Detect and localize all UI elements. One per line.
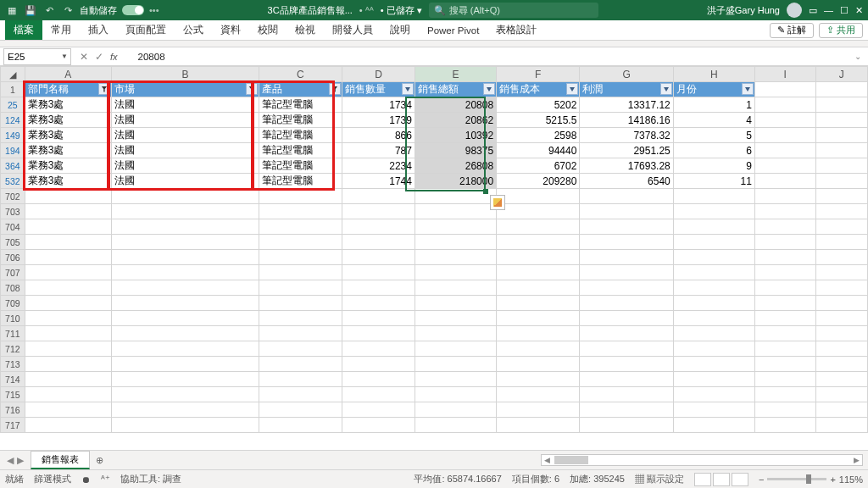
table-row[interactable]: 714 [1,372,868,387]
sheet-nav-prev-icon[interactable]: ◀ [7,455,14,466]
table-row[interactable]: 706 [1,250,868,265]
formula-bar-row: E25▼ ✕ ✓ fx 20808 ⌄ [0,47,868,66]
add-sheet-button[interactable]: ⊕ [90,451,108,469]
sheet-tab-bar: ◀ ▶ 銷售報表 ⊕ ◀▶ [0,450,868,469]
view-switcher[interactable] [694,473,748,486]
table-row[interactable]: 715 [1,387,868,402]
filter-btn-qty[interactable] [402,83,414,95]
table-row[interactable]: 532 業務3處法國筆記型電腦 1744218000209280 654011 [1,174,868,189]
doc-title: 3C品牌產品銷售報... [268,4,353,17]
tab-file[interactable]: 檔案 [5,20,42,40]
tab-help[interactable]: 說明 [381,20,419,40]
table-row[interactable]: 710 [1,311,868,326]
table-row[interactable]: 704 [1,219,868,235]
ribbon-tabs: 檔案 常用 插入 頁面配置 公式 資料 校閱 檢視 開發人員 說明 Power … [0,20,868,41]
app-icon: ▦ [5,3,19,17]
table-row[interactable]: 707 [1,265,868,280]
title-bar: ▦ 💾 ↶ ↷ 自動儲存 ••• 3C品牌產品銷售報... • ᴬᴬ • 已儲存… [0,0,868,20]
tab-developer[interactable]: 開發人員 [324,20,381,40]
zoom-level[interactable]: 115% [839,474,863,485]
status-ready: 就緒 [5,473,24,485]
table-row[interactable]: 124 業務3處法國筆記型電腦 1739208625215.5 14186.16… [1,113,868,128]
table-row[interactable]: 702 [1,189,868,204]
formula-bar[interactable]: 20808 [133,52,848,62]
tab-insert[interactable]: 插入 [80,20,117,40]
quick-analysis-icon[interactable] [490,195,505,210]
autosave-toggle[interactable] [122,5,144,15]
accessibility-icon[interactable]: ᴬ⁺ [101,474,110,485]
maximize-icon[interactable]: ☐ [840,5,849,16]
hdr-dept: 部門名稱 [25,82,111,97]
close-icon[interactable]: ✕ [855,5,863,16]
comments-button[interactable]: ✎註解 [770,23,814,38]
table-header-row: 1 部門名稱 市場 產品 銷售數量 銷售總額 銷售成本 利潤 月份 [1,82,868,97]
column-headers[interactable]: ◢ ABC DEF GHIJ [1,67,868,82]
hdr-qty: 銷售數量 [342,82,415,97]
hdr-profit: 利潤 [580,82,673,97]
tab-home[interactable]: 常用 [42,20,80,40]
tab-pagelayout[interactable]: 頁面配置 [117,20,175,40]
redo-icon[interactable]: ↷ [61,3,75,17]
table-row[interactable]: 709 [1,296,868,311]
undo-icon[interactable]: ↶ [42,3,56,17]
table-row[interactable]: 713 [1,357,868,372]
display-settings[interactable]: ▦ 顯示設定 [635,473,684,485]
name-box[interactable]: E25▼ [3,48,71,65]
hdr-product: 產品 [259,82,342,97]
sheet-nav-next-icon[interactable]: ▶ [17,455,24,466]
search-box[interactable]: 🔍 搜尋 (Alt+Q) [429,3,598,18]
autosave-label: 自動儲存 [80,4,117,17]
confirm-icon[interactable]: ✓ [95,51,103,63]
table-row[interactable]: 705 [1,235,868,250]
filter-btn-total[interactable] [483,83,495,95]
table-row[interactable]: 149 業務3處法國筆記型電腦 866103922598 7378.325 [1,128,868,143]
formula-expand-icon[interactable]: ⌄ [848,52,868,61]
minimize-icon[interactable]: — [824,5,833,15]
hdr-market: 市場 [111,82,259,97]
spreadsheet-grid[interactable]: ◢ ABC DEF GHIJ 1 部門名稱 市場 產品 銷售數量 銷售總額 銷售… [0,66,868,450]
filter-btn-market[interactable] [246,83,258,95]
select-all-corner[interactable]: ◢ [1,67,25,82]
save-icon[interactable]: 💾 [24,3,37,17]
hdr-total: 銷售總額 [415,82,496,97]
table-row[interactable]: 711 [1,326,868,341]
cancel-icon[interactable]: ✕ [80,51,88,63]
horizontal-scrollbar[interactable]: ◀▶ [541,454,863,466]
zoom-control[interactable]: −+ 115% [759,474,863,485]
table-row[interactable]: 364 業務3處法國筆記型電腦 2234268086702 17693.289 [1,158,868,174]
table-row[interactable]: 717 [1,418,868,433]
tab-review[interactable]: 校閱 [249,20,287,40]
hdr-month: 月份 [673,82,754,97]
table-row[interactable]: 708 [1,280,868,296]
table-row[interactable]: 703 [1,204,868,219]
status-filter-mode: 篩選模式 [34,473,71,485]
filter-btn-profit[interactable] [660,83,672,95]
tab-view[interactable]: 檢視 [287,20,324,40]
table-row[interactable]: 712 [1,341,868,357]
tab-formulas[interactable]: 公式 [175,20,212,40]
status-bar: 就緒 篩選模式 ⏺ ᴬ⁺ 協助工具: 調查 平均值: 65874.16667 項… [0,469,868,488]
filter-btn-month[interactable] [742,83,754,95]
user-name[interactable]: 洪子盛Gary Hung [707,4,780,17]
hdr-cost: 銷售成本 [497,82,580,97]
saved-indicator[interactable]: • 已儲存 ▾ [381,4,422,17]
accessibility-label[interactable]: 協助工具: 調查 [120,473,181,485]
fx-icon[interactable]: fx [110,52,125,62]
tab-powerpivot[interactable]: Power Pivot [419,20,487,40]
filter-btn-dept[interactable] [98,83,110,95]
filter-btn-product[interactable] [329,83,341,95]
tab-data[interactable]: 資料 [212,20,249,40]
macro-rec-icon[interactable]: ⏺ [81,474,91,485]
ribbon-mode-icon[interactable]: ▭ [809,5,817,16]
ribbon-body-collapsed [0,41,868,47]
search-icon: 🔍 [434,5,446,16]
avatar[interactable] [787,3,802,18]
table-row[interactable]: 194 業務3處法國筆記型電腦 7879837594440 2951.256 [1,143,868,158]
sheet-tab-active[interactable]: 銷售報表 [31,451,90,469]
table-row[interactable]: 716 [1,402,868,418]
share-button[interactable]: ⇪共用 [819,23,863,38]
tab-tabledesign[interactable]: 表格設計 [487,20,545,40]
table-row[interactable]: 25 業務3處法國筆記型電腦 1734208085202 13317.121 [1,97,868,113]
filter-btn-cost[interactable] [566,83,578,95]
search-placeholder: 搜尋 (Alt+Q) [449,4,500,17]
